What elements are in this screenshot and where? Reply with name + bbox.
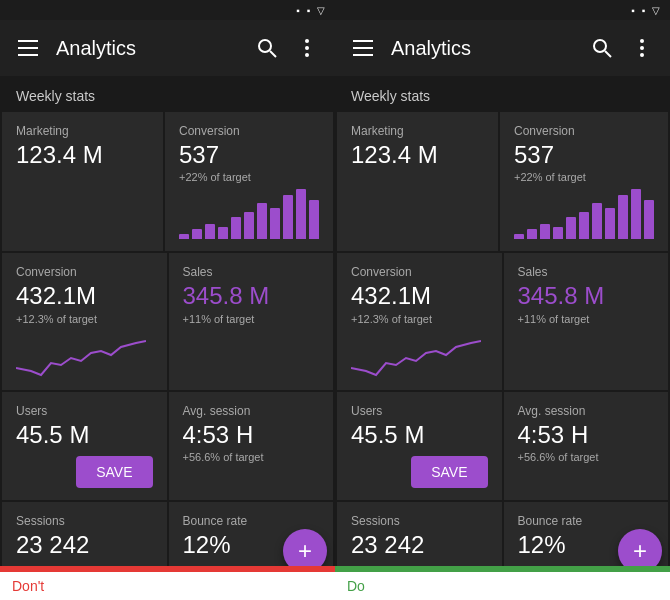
bar3 (205, 224, 215, 239)
status-icons-do: ▪ ▪ ▽ (631, 5, 662, 16)
sales-value-dont: 345.8 M (183, 283, 320, 309)
conv-line-label-dont: Conversion (16, 265, 153, 279)
sales-label-dont: Sales (183, 265, 320, 279)
sales-value-do: 345.8 M (518, 283, 655, 309)
conv-bar-sub-dont: +22% of target (179, 171, 319, 183)
app-bar-do: Analytics (335, 20, 670, 76)
fab-do[interactable]: + (618, 529, 662, 566)
conversion-bar-card-dont: Conversion 537 +22% of target (165, 112, 333, 251)
users-card-dont: Users 45.5 M SAVE (2, 392, 167, 500)
fab-icon-do: + (633, 537, 647, 565)
more-icon-do[interactable] (630, 36, 654, 60)
svg-rect-1 (18, 47, 38, 49)
panel-dont: ▪ ▪ ▽ Analytics Weekly stats Marketing 1… (0, 0, 335, 600)
menu-icon-do[interactable] (351, 36, 375, 60)
avg-sub-dont: +56.6% of target (183, 451, 320, 463)
stats-area-dont: Marketing 123.4 M Conversion 537 +22% of… (0, 112, 335, 566)
conv-line-label-do: Conversion (351, 265, 488, 279)
marketing-card-do: Marketing 123.4 M (337, 112, 498, 251)
bar-chart-dont (179, 189, 319, 239)
status-icons-dont: ▪ ▪ ▽ (296, 5, 327, 16)
svg-rect-0 (18, 40, 38, 42)
bar6 (244, 212, 254, 240)
bar9 (283, 195, 293, 239)
row2-dont: Conversion 432.1M +12.3% of target Sales… (2, 253, 333, 389)
sales-label-do: Sales (518, 265, 655, 279)
sessions-value-do: 23 242 (351, 532, 488, 558)
marketing-label-do: Marketing (351, 124, 484, 138)
status-bar-dont: ▪ ▪ ▽ (0, 0, 335, 20)
save-button-do[interactable]: SAVE (411, 456, 487, 488)
app-bar-title-do: Analytics (391, 37, 574, 60)
conv-bar-label-dont: Conversion (179, 124, 319, 138)
sales-sub-dont: +11% of target (183, 313, 320, 325)
bar2 (192, 229, 202, 239)
svg-rect-9 (353, 47, 373, 49)
row4-dont: Sessions 23 242 Bounce rate 12% + (2, 502, 333, 566)
app-bar-title-dont: Analytics (56, 37, 239, 60)
users-card-do: Users 45.5 M SAVE (337, 392, 502, 500)
marketing-label-dont: Marketing (16, 124, 149, 138)
bar8 (270, 208, 280, 239)
marketing-value-dont: 123.4 M (16, 142, 149, 168)
users-value-do: 45.5 M (351, 422, 488, 448)
bounce-label-dont: Bounce rate (183, 514, 320, 528)
search-icon-do[interactable] (590, 36, 614, 60)
avg-value-do: 4:53 H (518, 422, 655, 448)
status-bar-do: ▪ ▪ ▽ (335, 0, 670, 20)
conv-line-sub-do: +12.3% of target (351, 313, 488, 325)
svg-point-6 (305, 46, 309, 50)
row4-do: Sessions 23 242 Bounce rate 12% + (337, 502, 668, 566)
sessions-card-do: Sessions 23 242 (337, 502, 502, 566)
dont-footer: Don't (0, 572, 335, 600)
conversion-line-card-dont: Conversion 432.1M +12.3% of target (2, 253, 167, 389)
bar1 (179, 234, 189, 239)
menu-icon-dont[interactable] (16, 36, 40, 60)
users-label-dont: Users (16, 404, 153, 418)
svg-point-11 (594, 40, 606, 52)
save-button-dont[interactable]: SAVE (76, 456, 152, 488)
bar-chart-do (514, 189, 654, 239)
sessions-card-dont: Sessions 23 242 (2, 502, 167, 566)
svg-point-14 (640, 46, 644, 50)
fab-dont[interactable]: + (283, 529, 327, 566)
conv-bar-label-do: Conversion (514, 124, 654, 138)
avg-label-dont: Avg. session (183, 404, 320, 418)
row2-do: Conversion 432.1M +12.3% of target Sales… (337, 253, 668, 389)
section-label-do: Weekly stats (335, 76, 670, 112)
svg-point-13 (640, 39, 644, 43)
svg-line-12 (605, 51, 611, 57)
marketing-card-dont: Marketing 123.4 M (2, 112, 163, 251)
panels-container: ▪ ▪ ▽ Analytics Weekly stats Marketing 1… (0, 0, 670, 600)
bar10 (296, 189, 306, 239)
bounce-card-dont: Bounce rate 12% + (169, 502, 334, 566)
conversion-bar-card-do: Conversion 537 +22% of target (500, 112, 668, 251)
conv-line-value-dont: 432.1M (16, 283, 153, 309)
users-label-do: Users (351, 404, 488, 418)
users-value-dont: 45.5 M (16, 422, 153, 448)
sessions-label-dont: Sessions (16, 514, 153, 528)
do-footer: Do (335, 572, 670, 600)
avg-session-card-dont: Avg. session 4:53 H +56.6% of target (169, 392, 334, 500)
more-icon-dont[interactable] (295, 36, 319, 60)
section-label-dont: Weekly stats (0, 76, 335, 112)
avg-sub-do: +56.6% of target (518, 451, 655, 463)
bar11 (309, 200, 319, 239)
sales-card-dont: Sales 345.8 M +11% of target (169, 253, 334, 389)
svg-point-15 (640, 53, 644, 57)
bar4 (218, 227, 228, 240)
do-label: Do (347, 578, 365, 594)
svg-rect-8 (353, 40, 373, 42)
conv-bar-sub-do: +22% of target (514, 171, 654, 183)
conv-line-sub-dont: +12.3% of target (16, 313, 153, 325)
svg-point-5 (305, 39, 309, 43)
bounce-card-do: Bounce rate 12% + (504, 502, 669, 566)
row1-dont: Marketing 123.4 M Conversion 537 +22% of… (2, 112, 333, 251)
line-chart-do (351, 333, 488, 378)
svg-point-3 (259, 40, 271, 52)
svg-rect-10 (353, 54, 373, 56)
line-chart-dont (16, 333, 153, 378)
svg-line-4 (270, 51, 276, 57)
search-icon-dont[interactable] (255, 36, 279, 60)
panel-do: ▪ ▪ ▽ Analytics Weekly stats Marketing 1… (335, 0, 670, 600)
